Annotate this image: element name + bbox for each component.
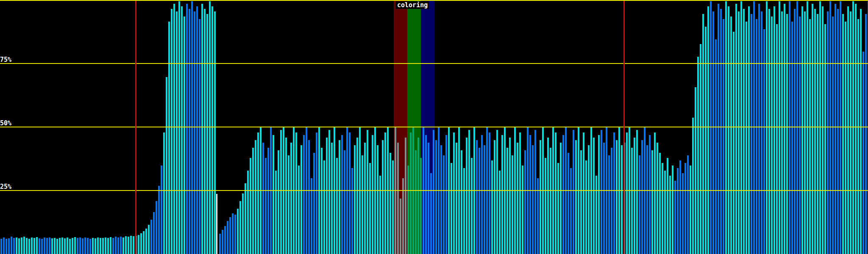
y-tick-label: 75% bbox=[0, 57, 11, 63]
axis-labels-layer: coloring 75%50%25% bbox=[0, 0, 868, 254]
y-tick-label: 25% bbox=[0, 184, 11, 190]
percentage-bar-graph: coloring 75%50%25% bbox=[0, 0, 868, 254]
y-tick-label: 50% bbox=[0, 120, 11, 127]
coloring-band-label: coloring bbox=[396, 1, 429, 9]
